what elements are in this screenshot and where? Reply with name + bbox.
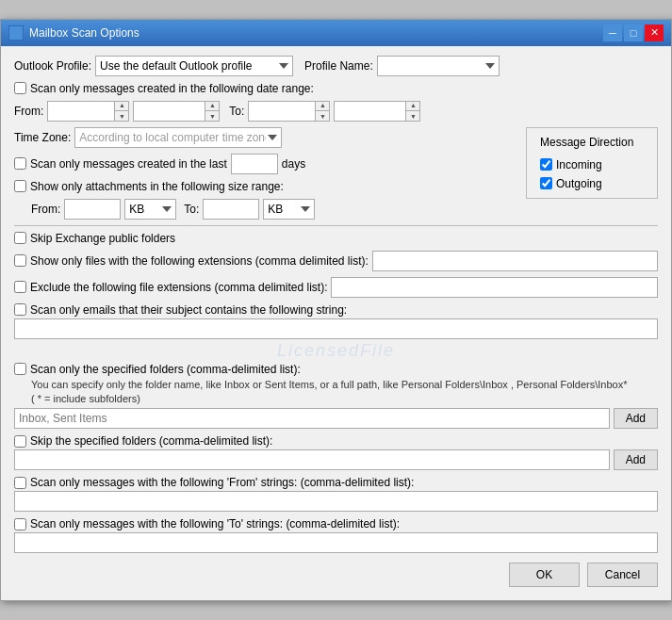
footer-buttons: OK Cancel (14, 563, 658, 587)
subject-contains-input[interactable] (14, 318, 658, 339)
title-bar: Mailbox Scan Options ─ □ ✕ (1, 20, 671, 46)
timezone-left: Time Zone: According to local computer t… (14, 127, 516, 220)
maximize-button[interactable]: □ (624, 24, 643, 41)
app-icon (8, 25, 24, 41)
subject-contains-checkbox[interactable] (14, 303, 26, 316)
show-extensions-input[interactable]: doc, docx, txt (372, 251, 658, 271)
exclude-extensions-checkbox[interactable] (14, 281, 26, 293)
ok-button[interactable]: OK (509, 563, 580, 587)
message-direction-title: Message Direction (540, 136, 644, 149)
attachments-row: Show only attachments in the following s… (14, 180, 516, 193)
cancel-button[interactable]: Cancel (587, 563, 658, 587)
exclude-extensions-label: Exclude the following file extensions (c… (30, 281, 327, 294)
scan-folders-desc: You can specify only the folder name, li… (31, 378, 658, 407)
timezone-direction-section: Time Zone: According to local computer t… (14, 127, 658, 220)
from-time-down[interactable]: ▼ (205, 111, 219, 122)
title-bar-left: Mailbox Scan Options (8, 25, 139, 41)
size-from-input[interactable]: 0 (64, 199, 121, 220)
show-extensions-label: Show only files with the following exten… (30, 254, 369, 268)
scan-folders-add-button[interactable]: Add (614, 408, 658, 429)
skip-exchange-row: Skip Exchange public folders (14, 232, 658, 245)
size-from-unit[interactable]: KB (124, 199, 176, 220)
from-date-spinners: ▲ ▼ (114, 101, 128, 122)
from-strings-checkbox[interactable] (14, 477, 26, 489)
size-to-unit[interactable]: KB (263, 199, 315, 220)
minimize-button[interactable]: ─ (603, 24, 622, 41)
outlook-profile-select[interactable]: Use the default Outlook profile (95, 56, 293, 76)
date-range-checkbox[interactable] (14, 82, 26, 94)
skip-folders-checkbox[interactable] (14, 435, 26, 448)
date-from-to-row: From: 3/ 1/2013 ▲ ▼ 12:00:00 AM ▲ ▼ To: (14, 101, 658, 122)
skip-folders-section: Skip the specified folders (comma-delimi… (14, 434, 658, 470)
to-label: To: (229, 105, 244, 118)
outlook-profile-label: Outlook Profile: (14, 59, 91, 73)
to-time-down[interactable]: ▼ (406, 111, 419, 122)
outgoing-checkbox[interactable] (540, 177, 552, 189)
to-time-up[interactable]: ▲ (406, 101, 419, 111)
scan-folders-checkbox-row: Scan only the specified folders (comma-d… (14, 363, 658, 376)
timezone-label: Time Zone: (14, 131, 71, 144)
show-extensions-checkbox[interactable] (14, 254, 26, 267)
from-date-wrapper: 3/ 1/2013 ▲ ▼ (47, 101, 129, 122)
profile-name-label: Profile Name: (304, 59, 373, 73)
to-strings-label: Scan only messages with the following 'T… (30, 517, 400, 530)
close-button[interactable]: ✕ (645, 24, 664, 41)
subject-contains-row: Scan only emails that their subject cont… (14, 303, 658, 317)
date-range-label: Scan only messages created in the follow… (30, 82, 314, 95)
scan-folders-checkbox[interactable] (14, 363, 26, 375)
from-time-up[interactable]: ▲ (205, 101, 219, 111)
skip-folders-add-button[interactable]: Add (614, 449, 658, 470)
from-strings-section: Scan only messages with the following 'F… (14, 476, 658, 512)
window-title: Mailbox Scan Options (29, 26, 139, 40)
subject-contains-section: Scan only emails that their subject cont… (14, 303, 658, 339)
watermark: LicensedFile (14, 341, 658, 361)
to-date-spinners: ▲ ▼ (315, 101, 329, 122)
subject-contains-label: Scan only emails that their subject cont… (30, 303, 347, 317)
last-days-input[interactable]: 5 (231, 154, 278, 174)
skip-folders-label: Skip the specified folders (comma-delimi… (30, 434, 272, 448)
from-strings-label: Scan only messages with the following 'F… (30, 476, 414, 489)
last-days-label: Scan only messages created in the last (30, 157, 227, 171)
timezone-select[interactable]: According to local computer time zone (74, 127, 282, 148)
exclude-extensions-input[interactable] (331, 277, 658, 298)
scan-folders-section: Scan only the specified folders (comma-d… (14, 363, 658, 430)
attachments-checkbox[interactable] (14, 180, 26, 192)
from-date-down[interactable]: ▼ (115, 111, 128, 122)
from-strings-checkbox-row: Scan only messages with the following 'F… (14, 476, 658, 489)
to-strings-section: Scan only messages with the following 'T… (14, 517, 658, 553)
separator-1 (14, 225, 658, 226)
outgoing-row: Outgoing (540, 177, 644, 190)
to-date-down[interactable]: ▼ (316, 111, 329, 122)
to-date-input[interactable]: 4/ 1/2013 (249, 102, 315, 121)
from-date-input[interactable]: 3/ 1/2013 (48, 102, 114, 121)
to-strings-input[interactable] (14, 532, 658, 553)
from-time-wrapper: 12:00:00 AM ▲ ▼ (133, 101, 220, 122)
main-window: Mailbox Scan Options ─ □ ✕ Outlook Profi… (0, 19, 672, 602)
skip-exchange-checkbox[interactable] (14, 232, 26, 244)
to-date-up[interactable]: ▲ (316, 101, 329, 111)
size-from-label: From: (31, 203, 60, 216)
skip-folders-input[interactable] (14, 449, 610, 470)
last-days-checkbox[interactable] (14, 157, 26, 170)
to-time-input[interactable]: 12:00:00 AM (335, 102, 405, 121)
to-strings-checkbox-row: Scan only messages with the following 'T… (14, 517, 658, 530)
from-date-up[interactable]: ▲ (115, 101, 128, 111)
outlook-profile-row: Outlook Profile: Use the default Outlook… (14, 56, 658, 76)
to-strings-checkbox[interactable] (14, 518, 26, 530)
to-date-wrapper: 4/ 1/2013 ▲ ▼ (248, 101, 330, 122)
from-strings-input[interactable] (14, 491, 658, 512)
skip-exchange-label: Skip Exchange public folders (30, 232, 175, 245)
exclude-extensions-row: Exclude the following file extensions (c… (14, 277, 658, 298)
size-to-input[interactable]: 1000 (203, 199, 259, 220)
message-direction-box: Message Direction Incoming Outgoing (526, 127, 658, 199)
scan-folders-label: Scan only the specified folders (comma-d… (30, 363, 301, 376)
scan-folders-input[interactable] (14, 408, 610, 429)
timezone-row: Time Zone: According to local computer t… (14, 127, 516, 148)
show-extensions-row: Show only files with the following exten… (14, 251, 658, 271)
to-time-spinners: ▲ ▼ (405, 101, 419, 122)
from-time-input[interactable]: 12:00:00 AM (134, 102, 205, 121)
skip-folders-checkbox-row: Skip the specified folders (comma-delimi… (14, 434, 658, 448)
profile-name-select[interactable] (377, 56, 500, 76)
date-range-row: Scan only messages created in the follow… (14, 82, 658, 95)
incoming-checkbox[interactable] (540, 158, 552, 171)
